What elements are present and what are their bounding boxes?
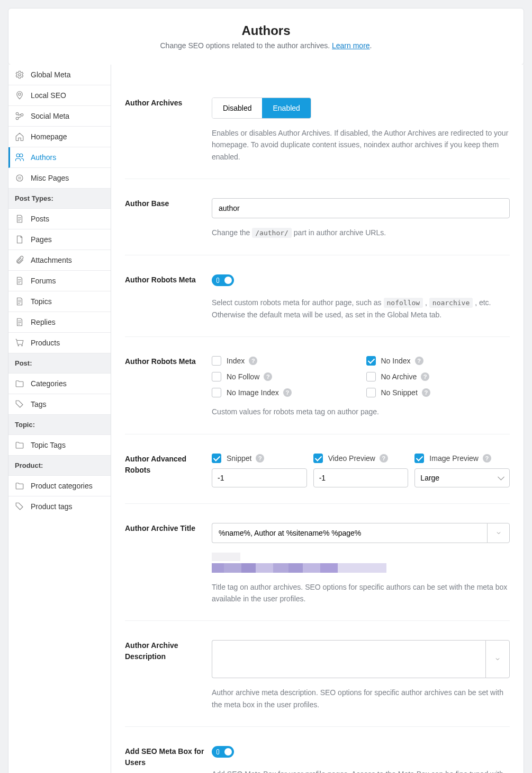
label-author-archives: Author Archives (125, 97, 212, 163)
checkbox-index[interactable]: Index? (212, 356, 356, 366)
sidebar-item-label: Replies (31, 318, 56, 326)
sidebar-item-product-cats[interactable]: Product categories (8, 476, 111, 496)
sidebar-header: Topic: (8, 415, 111, 435)
doc-icon (15, 297, 24, 306)
sidebar-item-forums[interactable]: Forums (8, 271, 111, 291)
page-icon (15, 235, 24, 244)
main-content: Author Archives Disabled Enabled Enables… (111, 65, 524, 773)
help-icon[interactable]: ? (256, 454, 264, 463)
archives-disabled-button[interactable]: Disabled (212, 98, 262, 118)
sidebar-item-replies[interactable]: Replies (8, 312, 111, 333)
video-preview-input[interactable] (313, 468, 409, 487)
checkbox-no-archive[interactable]: No Archive? (366, 372, 510, 381)
tag-icon (15, 399, 24, 409)
sidebar-item-label: Products (31, 339, 60, 347)
sidebar-item-global-meta[interactable]: Global Meta (8, 65, 111, 85)
seo-metabox-toggle[interactable] (212, 746, 234, 758)
desc-variable-dropdown[interactable] (485, 640, 510, 678)
users-icon (15, 153, 24, 162)
sidebar-item-label: Local SEO (31, 91, 66, 100)
sidebar-item-homepage[interactable]: Homepage (8, 127, 111, 147)
robots-toggle-desc: Select custom robots meta for author pag… (212, 297, 510, 321)
sidebar-item-label: Global Meta (31, 70, 70, 79)
snippet-input[interactable] (212, 468, 307, 487)
sidebar-item-label: Forums (31, 277, 56, 285)
sidebar-item-label: Topics (31, 297, 52, 306)
sidebar-item-label: Posts (31, 215, 49, 223)
sidebar-item-tags[interactable]: Tags (8, 394, 111, 415)
label-robots-meta: Author Robots Meta (125, 356, 212, 417)
folder-icon (15, 481, 24, 491)
robots-meta-toggle[interactable] (212, 274, 234, 286)
robots-checkbox-grid: Index?No Index?No Follow?No Archive?No I… (212, 356, 510, 397)
archives-toggle-group: Disabled Enabled (212, 97, 311, 119)
help-icon[interactable]: ? (264, 372, 272, 381)
seo-metabox-desc: Add SEO Meta Box for user profile pages.… (212, 768, 510, 773)
learn-more-link[interactable]: Learn more (332, 41, 370, 50)
home-icon (15, 132, 24, 141)
gear-icon (15, 70, 24, 79)
doc-icon (15, 214, 24, 224)
sidebar: Global MetaLocal SEOSocial MetaHomepageA… (8, 65, 111, 773)
sidebar-item-product-tags[interactable]: Product tags (8, 496, 111, 517)
sidebar-item-local-seo[interactable]: Local SEO (8, 85, 111, 106)
archive-title-input[interactable] (212, 523, 487, 543)
label-archive-title: Author Archive Title (125, 523, 212, 605)
snippet-checkbox[interactable]: Snippet? (212, 454, 307, 463)
base-desc: Change the /author/ part in author archi… (212, 227, 510, 239)
sidebar-item-attachments[interactable]: Attachments (8, 250, 111, 271)
label-robots-toggle: Author Robots Meta (125, 274, 212, 321)
archive-desc-help: Author archive meta description. SEO opt… (212, 687, 510, 710)
sidebar-item-label: Categories (31, 379, 67, 388)
archives-enabled-button[interactable]: Enabled (262, 98, 310, 118)
sidebar-item-authors[interactable]: Authors (8, 147, 111, 168)
list-icon (15, 173, 24, 183)
robots-meta-desc: Custom values for robots meta tag on aut… (212, 406, 510, 417)
help-icon[interactable]: ? (283, 388, 292, 397)
pin-icon (15, 91, 24, 100)
sidebar-item-misc-pages[interactable]: Misc Pages (8, 168, 111, 189)
help-icon[interactable]: ? (249, 357, 257, 365)
checkbox-no-image-index[interactable]: No Image Index? (212, 388, 356, 397)
sidebar-item-products[interactable]: Products (8, 333, 111, 353)
help-icon[interactable]: ? (380, 454, 388, 463)
row-author-archives: Author Archives Disabled Enabled Enables… (125, 73, 510, 179)
sidebar-item-categories[interactable]: Categories (8, 374, 111, 394)
label-seo-metabox: Add SEO Meta Box for Users (125, 746, 212, 773)
sidebar-item-posts[interactable]: Posts (8, 209, 111, 229)
checkbox-no-follow[interactable]: No Follow? (212, 372, 356, 381)
help-icon[interactable]: ? (422, 388, 430, 397)
help-icon[interactable]: ? (415, 357, 423, 365)
help-icon[interactable]: ? (421, 372, 429, 381)
base-code: /author/ (252, 228, 292, 238)
archive-desc-textarea[interactable] (212, 640, 485, 678)
author-base-input[interactable] (212, 198, 510, 218)
folder-icon (15, 379, 24, 388)
sidebar-item-label: Homepage (31, 132, 67, 141)
help-icon[interactable]: ? (483, 454, 491, 463)
image-preview-checkbox[interactable]: Image Preview? (414, 454, 510, 463)
label-author-base: Author Base (125, 198, 212, 239)
row-archive-desc: Author Archive Description Author archiv… (125, 621, 510, 727)
sidebar-item-topic-tags[interactable]: Topic Tags (8, 435, 111, 456)
row-seo-metabox: Add SEO Meta Box for Users Add SEO Meta … (125, 727, 510, 773)
row-author-base: Author Base Change the /author/ part in … (125, 179, 510, 255)
sidebar-item-label: Product tags (31, 502, 73, 511)
sidebar-header: Product: (8, 456, 111, 476)
sidebar-item-social-meta[interactable]: Social Meta (8, 106, 111, 127)
video-preview-checkbox[interactable]: Video Preview? (313, 454, 409, 463)
label-adv-robots: Author Advanced Robots (125, 454, 212, 487)
sidebar-header: Post Types: (8, 189, 111, 209)
page-header: Authors Change SEO options related to th… (8, 8, 524, 65)
label-archive-desc: Author Archive Description (125, 640, 212, 710)
title-variable-dropdown[interactable] (487, 523, 510, 543)
tag-icon (15, 502, 24, 511)
sidebar-item-topics[interactable]: Topics (8, 291, 111, 312)
folder-icon (15, 440, 24, 450)
image-preview-select[interactable]: Large (414, 468, 510, 487)
sidebar-header: Post: (8, 353, 111, 374)
sidebar-item-pages[interactable]: Pages (8, 229, 111, 250)
checkbox-no-snippet[interactable]: No Snippet? (366, 388, 510, 397)
checkbox-no-index[interactable]: No Index? (366, 356, 510, 366)
row-robots-toggle: Author Robots Meta Select custom robots … (125, 255, 510, 337)
